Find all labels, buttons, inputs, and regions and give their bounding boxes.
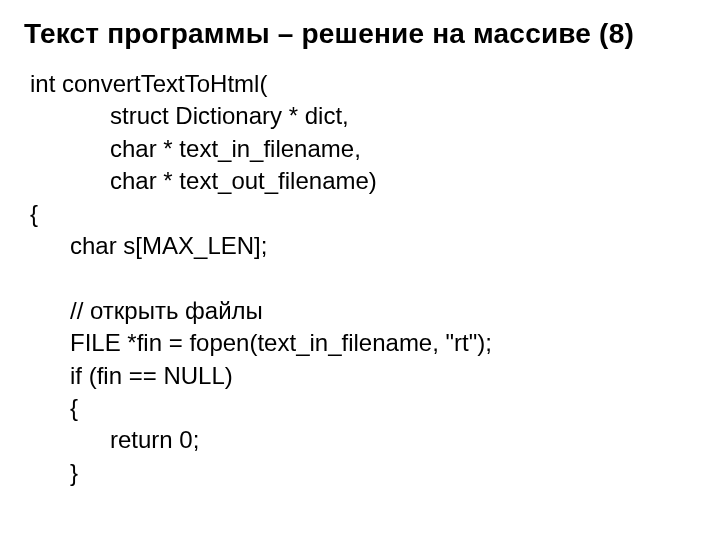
slide-title: Текст программы – решение на массиве (8)	[24, 18, 696, 50]
code-line: char * text_out_filename)	[30, 165, 377, 197]
code-block: int convertTextToHtml( struct Dictionary…	[30, 68, 696, 489]
code-line: }	[30, 457, 78, 489]
code-line: char s[MAX_LEN];	[30, 230, 267, 262]
code-line: {	[30, 392, 78, 424]
code-comment: // открыть файлы	[30, 295, 263, 327]
code-line: int convertTextToHtml(	[30, 70, 267, 97]
code-line: {	[30, 200, 38, 227]
code-line: if (fin == NULL)	[30, 360, 233, 392]
code-line: struct Dictionary * dict,	[30, 100, 349, 132]
code-line: return 0;	[30, 424, 199, 456]
code-line: char * text_in_filename,	[30, 133, 361, 165]
code-line: FILE *fin = fopen(text_in_filename, "rt"…	[30, 327, 492, 359]
slide: Текст программы – решение на массиве (8)…	[0, 0, 720, 540]
